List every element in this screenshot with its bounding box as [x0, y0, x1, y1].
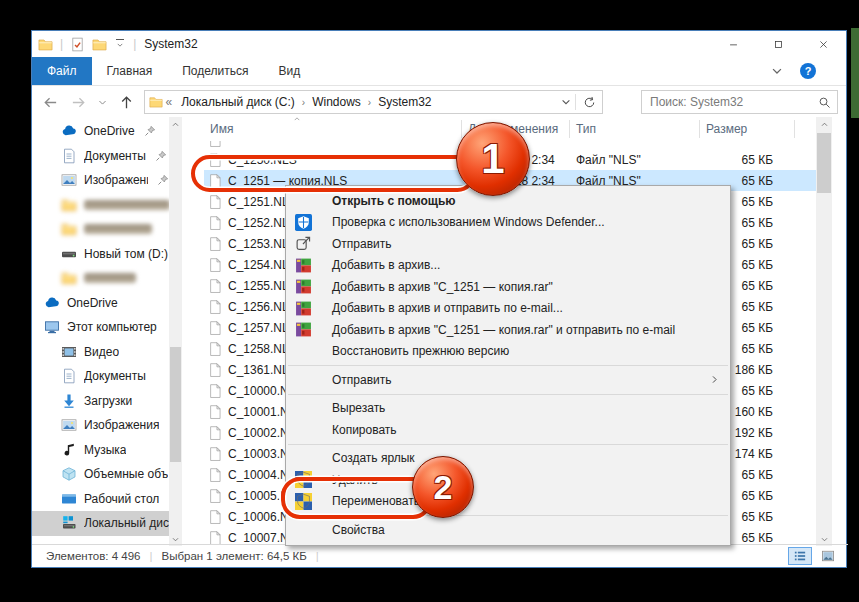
- sidebar-item-этот-компьютер[interactable]: Этот компьютер: [32, 315, 169, 340]
- context-menu-item-отправить[interactable]: Отправить: [286, 369, 730, 391]
- column-header-4[interactable]: Размер: [699, 120, 795, 138]
- menu-separator: [288, 365, 728, 366]
- address-bar[interactable]: « Локальный диск (C:)›Windows›System32: [144, 90, 603, 114]
- sidebar-item-рабочий-стол[interactable]: Рабочий стол: [32, 487, 169, 512]
- breadcrumb-item[interactable]: Windows: [306, 95, 367, 109]
- context-menu-item-добавить-в-архив-и-отправить-по-e-mail[interactable]: Добавить в архив и отправить по e-mail..…: [286, 298, 730, 320]
- refresh-icon[interactable]: [583, 96, 596, 109]
- sidebar-item-blurred[interactable]: [32, 266, 169, 291]
- customize-quick-access-icon[interactable]: [114, 39, 126, 49]
- file-name: C_10001.N: [228, 405, 289, 419]
- menu-item-label: Создать ярлык: [332, 451, 415, 465]
- up-button[interactable]: [116, 91, 138, 113]
- context-menu-item-открыть-с-помощью[interactable]: Открыть с помощью: [286, 190, 730, 212]
- sidebar-item-onedrive[interactable]: OneDrive: [32, 291, 169, 316]
- close-button[interactable]: [801, 31, 846, 57]
- file-name: C_1251.NL: [228, 195, 289, 209]
- context-menu-item-проверка-с-использованием-windows-defender[interactable]: Проверка с использованием Windows Defend…: [286, 212, 730, 234]
- file-name: C_1361.NL: [228, 363, 289, 377]
- menu-item-label: Открыть с помощью: [332, 194, 456, 208]
- quick-access-toolbar: | |: [38, 37, 136, 52]
- search-box[interactable]: [641, 90, 838, 114]
- column-header-3[interactable]: Тип: [569, 120, 699, 138]
- window-folder-icon: [38, 37, 53, 52]
- thumbnails-view-button[interactable]: [816, 547, 840, 565]
- new-folder-quick-icon[interactable]: [92, 37, 107, 52]
- context-menu-item-добавить-в-архив-c-1251-копия-rar-и-отправить-по-e-mail[interactable]: Добавить в архив "C_1251 — копия.rar" и …: [286, 319, 730, 341]
- help-button[interactable]: ?: [800, 63, 816, 79]
- sidebar-item-документы[interactable]: Документы: [32, 364, 169, 389]
- maximize-button[interactable]: [756, 31, 801, 57]
- breadcrumb-item[interactable]: System32: [372, 95, 437, 109]
- context-menu-item-копировать[interactable]: Копировать: [286, 419, 730, 441]
- properties-quick-icon[interactable]: [70, 37, 85, 52]
- file-size: 65 КБ: [699, 153, 795, 167]
- breadcrumb-item[interactable]: Локальный диск (C:): [175, 95, 301, 109]
- context-menu-item-вырезать[interactable]: Вырезать: [286, 398, 730, 420]
- context-menu-item-добавить-в-архив[interactable]: Добавить в архив...: [286, 255, 730, 277]
- tab-Главная[interactable]: Главная: [92, 57, 168, 85]
- menu-item-label: Добавить в архив...: [332, 258, 440, 272]
- sidebar-item-onedrive[interactable]: OneDrive: [32, 119, 169, 144]
- sidebar-item-музыка[interactable]: Музыка: [32, 438, 169, 463]
- annotation-oval-rename: [281, 477, 432, 519]
- expand-ribbon-icon[interactable]: [770, 64, 784, 78]
- context-menu-item-восстановить-прежнюю-версию[interactable]: Восстановить прежнюю версию: [286, 341, 730, 363]
- sidebar-scrollbar[interactable]: [169, 117, 182, 546]
- sidebar-item-документы[interactable]: Документы: [32, 144, 169, 169]
- annotation-oval-selected-file: [191, 155, 476, 192]
- menu-item-label: Проверка с использованием Windows Defend…: [332, 215, 605, 229]
- tab-Вид[interactable]: Вид: [263, 57, 315, 85]
- sidebar-item-объемные-объ[interactable]: Объемные объ: [32, 462, 169, 487]
- sidebar-item-blurred[interactable]: [32, 217, 169, 242]
- sidebar-item-загрузки[interactable]: Загрузки: [32, 389, 169, 414]
- sidebar-item-локальный-дис[interactable]: Локальный дис: [32, 511, 169, 536]
- column-header-1[interactable]: Имя: [204, 120, 461, 138]
- window-title: System32: [144, 37, 197, 51]
- context-menu-item-добавить-в-архив-c-1251-копия-rar[interactable]: Добавить в архив "C_1251 — копия.rar": [286, 276, 730, 298]
- window-controls: [711, 31, 846, 57]
- sort-ascending-icon: [292, 115, 302, 123]
- file-list-scrollbar[interactable]: [816, 117, 832, 546]
- sidebar-item-видео[interactable]: Видео: [32, 340, 169, 365]
- breadcrumb: Локальный диск (C:)›Windows›System32: [175, 95, 437, 109]
- context-menu-item-отправить[interactable]: Отправить: [286, 233, 730, 255]
- file-name: C_1255.NL: [228, 279, 289, 293]
- details-view-button[interactable]: [788, 547, 812, 565]
- address-dropdown-icon[interactable]: [560, 96, 572, 108]
- ribbon-tabs: ФайлГлавнаяПоделитьсяВид ?: [32, 57, 846, 86]
- rar-icon: [295, 257, 312, 274]
- scrollbar-thumb[interactable]: [170, 347, 181, 462]
- menu-item-label: Добавить в архив "C_1251 — копия.rar" и …: [332, 323, 675, 337]
- sidebar-item-новый-том-d-[interactable]: Новый том (D:): [32, 242, 169, 267]
- search-icon[interactable]: [818, 96, 831, 109]
- sidebar-item-изображени[interactable]: Изображени: [32, 168, 169, 193]
- sidebar-item-изображения[interactable]: Изображения: [32, 413, 169, 438]
- scroll-up-icon[interactable]: [816, 117, 832, 131]
- pin-icon: [155, 150, 167, 162]
- file-name: C_10005.N: [228, 489, 289, 503]
- address-folder-icon: [149, 95, 163, 109]
- share-icon: [295, 235, 312, 252]
- navigation-pane: OneDriveДокументыИзображениНовый том (D:…: [32, 117, 182, 546]
- file-name: C_1257.NL: [228, 321, 289, 335]
- menu-item-label: Добавить в архив "C_1251 — копия.rar": [332, 280, 553, 294]
- pin-icon: [144, 125, 156, 137]
- minimize-button[interactable]: [711, 31, 756, 57]
- recent-locations-icon[interactable]: [96, 91, 110, 113]
- scroll-up-icon[interactable]: [169, 117, 182, 131]
- menu-item-label: Восстановить прежнюю версию: [332, 344, 509, 358]
- menu-item-label: Отправить: [332, 237, 392, 251]
- menu-item-label: Копировать: [332, 423, 397, 437]
- context-menu-item-свойства[interactable]: Свойства: [286, 519, 730, 541]
- tab-Поделиться[interactable]: Поделиться: [167, 57, 263, 85]
- sidebar-item-blurred[interactable]: [32, 193, 169, 218]
- breadcrumb-prefix: «: [163, 95, 176, 109]
- tab-Файл[interactable]: Файл: [32, 57, 92, 85]
- search-input[interactable]: [648, 94, 818, 110]
- back-button[interactable]: [40, 91, 62, 113]
- forward-button[interactable]: [68, 91, 90, 113]
- scrollbar-thumb[interactable]: [817, 133, 831, 193]
- annotation-step-1-badge: 1: [456, 122, 530, 196]
- context-menu-item-создать-ярлык[interactable]: Создать ярлык: [286, 448, 730, 470]
